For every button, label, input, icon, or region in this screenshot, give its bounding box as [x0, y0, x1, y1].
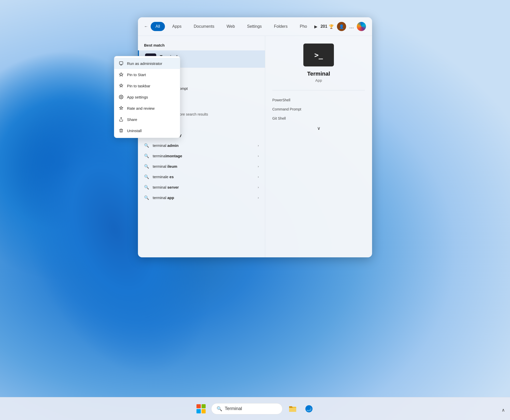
- web-item-3[interactable]: 🔍 terminal admin ›: [138, 140, 265, 151]
- header-right: ▶ 201 🏆 👤 ...: [314, 22, 366, 31]
- taskbar-file-explorer[interactable]: [287, 403, 299, 415]
- search-header: ← All Apps Documents Web Settings Folder…: [138, 17, 372, 36]
- terminal-big-icon: >_: [303, 44, 334, 66]
- search-icon-3: 🔍: [144, 143, 149, 148]
- context-menu-run-admin[interactable]: Run as administrator: [114, 58, 180, 69]
- settings-icon: [118, 94, 124, 100]
- pin-taskbar-icon: [118, 83, 124, 89]
- arrow-icon-7: ›: [258, 185, 259, 189]
- windows-start-button[interactable]: [195, 403, 207, 415]
- rate-icon: [118, 105, 124, 111]
- web-item-5[interactable]: 🔍 terminal ileum ›: [138, 161, 265, 172]
- windows-logo: [196, 404, 206, 413]
- win-logo-red: [196, 404, 201, 409]
- search-icon-8: 🔍: [144, 195, 149, 200]
- arrow-icon-8: ›: [258, 196, 259, 200]
- web-item-6[interactable]: 🔍 terminale es ›: [138, 172, 265, 182]
- tab-all[interactable]: All: [151, 22, 165, 31]
- avatar[interactable]: 👤: [337, 22, 346, 31]
- admin-icon: [118, 61, 124, 66]
- win-logo-green: [202, 404, 206, 409]
- context-menu: Run as administrator Pin to Start Pin to…: [114, 56, 180, 138]
- arrow-icon-4: ›: [258, 154, 259, 158]
- right-app-type: App: [315, 78, 322, 82]
- taskbar: 🔍 Terminal ∧: [0, 397, 510, 420]
- taskbar-search-icon: 🔍: [217, 406, 222, 412]
- taskbar-search-box[interactable]: 🔍 Terminal: [211, 403, 282, 414]
- win-logo-yellow: [202, 409, 206, 413]
- points-badge: 201 🏆: [320, 24, 334, 29]
- search-icon-5: 🔍: [144, 164, 149, 169]
- play-icon[interactable]: ▶: [314, 24, 317, 29]
- taskbar-search-text: Terminal: [225, 406, 242, 411]
- share-icon: [118, 117, 124, 122]
- tab-web[interactable]: Web: [222, 22, 240, 31]
- right-sub-item-2[interactable]: Git Shell: [272, 114, 365, 123]
- right-app-name: Terminal: [307, 71, 330, 77]
- context-menu-share[interactable]: Share: [114, 114, 180, 125]
- right-sub-items: PowerShell Command Prompt Git Shell: [272, 95, 365, 123]
- taskbar-chevron[interactable]: ∧: [502, 407, 505, 413]
- tab-photos[interactable]: Pho: [295, 22, 312, 31]
- tab-documents[interactable]: Documents: [189, 22, 219, 31]
- right-panel: >_ Terminal App PowerShell Command Promp…: [265, 36, 372, 257]
- arrow-icon-3: ›: [258, 144, 259, 147]
- right-sub-item-0[interactable]: PowerShell: [272, 95, 365, 105]
- uninstall-icon: [118, 128, 124, 133]
- win-logo-blue: [196, 409, 201, 413]
- right-sub-item-1[interactable]: Command Prompt: [272, 105, 365, 114]
- edge-icon: [304, 404, 314, 413]
- web-item-8[interactable]: 🔍 terminal app ›: [138, 192, 265, 203]
- context-menu-rate[interactable]: Rate and review: [114, 103, 180, 114]
- more-button[interactable]: ...: [349, 23, 354, 30]
- svg-rect-5: [289, 406, 292, 408]
- trophy-icon: 🏆: [329, 24, 334, 29]
- svg-point-1: [121, 96, 122, 98]
- svg-rect-0: [119, 62, 123, 64]
- file-explorer-icon: [288, 404, 297, 413]
- search-icon-7: 🔍: [144, 185, 149, 190]
- copilot-icon[interactable]: [357, 22, 366, 31]
- context-menu-pin-taskbar[interactable]: Pin to taskbar: [114, 80, 180, 91]
- tab-settings[interactable]: Settings: [242, 22, 267, 31]
- back-button[interactable]: ←: [144, 22, 148, 31]
- web-item-4[interactable]: 🔍 terminalmontage ›: [138, 151, 265, 161]
- expand-button[interactable]: ∨: [272, 125, 365, 131]
- search-icon-4: 🔍: [144, 153, 149, 158]
- search-icon-6: 🔍: [144, 174, 149, 179]
- web-item-7[interactable]: 🔍 terminal server ›: [138, 182, 265, 192]
- tab-apps[interactable]: Apps: [167, 22, 186, 31]
- context-menu-pin-start[interactable]: Pin to Start: [114, 69, 180, 80]
- best-match-label: Best match: [138, 41, 265, 49]
- pin-start-icon: [118, 72, 124, 77]
- context-menu-app-settings[interactable]: App settings: [114, 91, 180, 103]
- divider: [272, 90, 365, 90]
- arrow-icon-6: ›: [258, 175, 259, 179]
- taskbar-edge[interactable]: [303, 403, 315, 415]
- tab-folders[interactable]: Folders: [269, 22, 292, 31]
- svg-rect-4: [289, 408, 296, 412]
- context-menu-uninstall[interactable]: Uninstall: [114, 125, 180, 136]
- arrow-icon-5: ›: [258, 164, 259, 168]
